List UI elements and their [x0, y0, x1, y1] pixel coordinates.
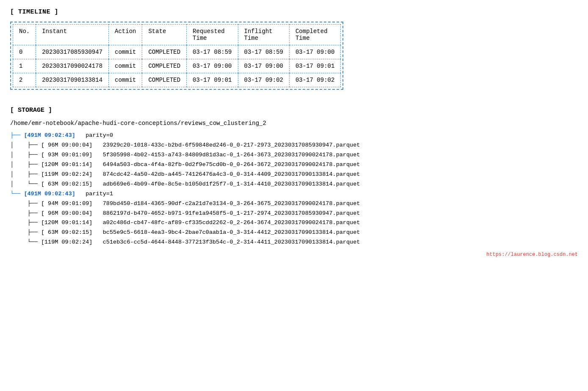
cell-instant: 20230317090024178: [36, 59, 109, 73]
cell-state: COMPLETED: [142, 45, 187, 59]
cell-instant: 20230317090133814: [36, 73, 109, 87]
storage-path: /home/emr-notebook/apache-hudi-core-conc…: [10, 120, 578, 127]
cell-state: COMPLETED: [142, 73, 187, 87]
parity-group-label: ├── [491M 09:02:43] parity=0 │ ├── [ 96M…: [10, 132, 360, 187]
col-header-instant: Instant: [36, 25, 109, 45]
cell-no: 2: [13, 73, 36, 87]
cell-no: 0: [13, 45, 36, 59]
cell-requested-time: 03-17 09:00: [187, 59, 238, 73]
timeline-table-wrapper: No. Instant Action State RequestedTime I…: [10, 22, 343, 90]
storage-file-line: │ ├── [120M 09:01:14] 6494a503-dbca-4f4a…: [10, 161, 360, 168]
storage-file-line: │ ├── [119M 09:02:24] 874cdc42-4a50-42db…: [10, 171, 360, 177]
storage-file-line: ├── [120M 09:01:14] a02c486d-cb47-48fc-a…: [10, 219, 360, 226]
storage-file-line: │ ├── [ 93M 09:01:09] 5f305998-4b02-4153…: [10, 152, 360, 158]
table-row: 1 20230317090024178 commit COMPLETED 03-…: [13, 59, 341, 73]
storage-file-line: │ └── [ 63M 09:02:15] adb669e6-4b09-4f0e…: [10, 181, 360, 187]
storage-file-line: ├── [ 94M 09:01:09] 789bd450-d184-4365-9…: [10, 200, 360, 207]
timeline-section: [ TIMELINE ] No. Instant Action State Re…: [10, 8, 578, 103]
timeline-table: No. Instant Action State RequestedTime I…: [13, 24, 341, 87]
cell-inflight-time: 03-17 09:00: [238, 59, 289, 73]
cell-action: commit: [109, 73, 142, 87]
storage-file-line: │ ├── [ 96M 09:00:04] 23929c20-1018-433c…: [10, 142, 360, 148]
col-header-requested-time: RequestedTime: [187, 25, 238, 45]
parity-group-label: └── [491M 09:02:43] parity=1 ├── [ 94M 0…: [10, 191, 360, 246]
table-row: 0 20230317085930947 commit COMPLETED 03-…: [13, 45, 341, 59]
watermark: https://laurence.blog.csdn.net: [10, 252, 578, 258]
storage-section: [ STORAGE ] /home/emr-notebook/apache-hu…: [10, 107, 578, 247]
cell-completed-time: 03-17 09:00: [289, 45, 340, 59]
cell-requested-time: 03-17 09:01: [187, 73, 238, 87]
storage-title: [ STORAGE ]: [10, 107, 578, 114]
table-row: 2 20230317090133814 commit COMPLETED 03-…: [13, 73, 341, 87]
storage-file-line: ├── [ 63M 09:02:15] bc55e9c5-6618-4ea3-9…: [10, 229, 360, 236]
cell-no: 1: [13, 59, 36, 73]
cell-completed-time: 03-17 09:02: [289, 73, 340, 87]
storage-tree: ├── [491M 09:02:43] parity=0 │ ├── [ 96M…: [10, 131, 578, 247]
col-header-completed-time: CompletedTime: [289, 25, 340, 45]
cell-action: commit: [109, 59, 142, 73]
storage-file-line: ├── [ 96M 09:00:04] 8862197d-b470-4652-b…: [10, 210, 360, 216]
cell-inflight-time: 03-17 08:59: [238, 45, 289, 59]
cell-completed-time: 03-17 09:01: [289, 59, 340, 73]
cell-inflight-time: 03-17 09:02: [238, 73, 289, 87]
cell-instant: 20230317085930947: [36, 45, 109, 59]
col-header-no: No.: [13, 25, 36, 45]
storage-file-line: └── [119M 09:02:24] c51eb3c6-cc5d-4644-8…: [10, 239, 360, 245]
timeline-title: [ TIMELINE ]: [10, 8, 578, 16]
table-header-row: No. Instant Action State RequestedTime I…: [13, 25, 341, 45]
cell-action: commit: [109, 45, 142, 59]
cell-state: COMPLETED: [142, 59, 187, 73]
col-header-action: Action: [109, 25, 142, 45]
col-header-inflight-time: InflightTime: [238, 25, 289, 45]
cell-requested-time: 03-17 08:59: [187, 45, 238, 59]
col-header-state: State: [142, 25, 187, 45]
